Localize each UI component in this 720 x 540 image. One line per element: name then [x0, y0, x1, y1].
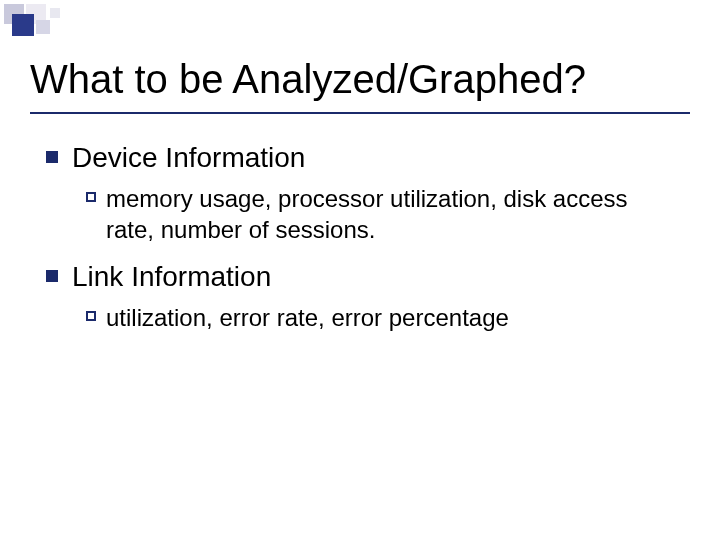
- sub-list-item: utilization, error rate, error percentag…: [86, 302, 680, 333]
- list-item-label: Device Information: [72, 140, 305, 175]
- hollow-square-bullet-icon: [86, 192, 96, 202]
- title-area: What to be Analyzed/Graphed?: [30, 56, 690, 102]
- sub-list-item-label: memory usage, processor utilization, dis…: [106, 183, 666, 245]
- list-item: Link Information utilization, error rate…: [46, 259, 680, 333]
- list-item: Device Information memory usage, process…: [46, 140, 680, 245]
- body-area: Device Information memory usage, process…: [46, 140, 680, 334]
- sub-list-item: memory usage, processor utilization, dis…: [86, 183, 680, 245]
- square-bullet-icon: [46, 270, 58, 282]
- slide-title: What to be Analyzed/Graphed?: [30, 56, 690, 102]
- title-underline: [30, 112, 690, 114]
- list-item-label: Link Information: [72, 259, 271, 294]
- square-bullet-icon: [46, 151, 58, 163]
- sub-list-item-label: utilization, error rate, error percentag…: [106, 302, 509, 333]
- hollow-square-bullet-icon: [86, 311, 96, 321]
- slide: What to be Analyzed/Graphed? Device Info…: [0, 0, 720, 540]
